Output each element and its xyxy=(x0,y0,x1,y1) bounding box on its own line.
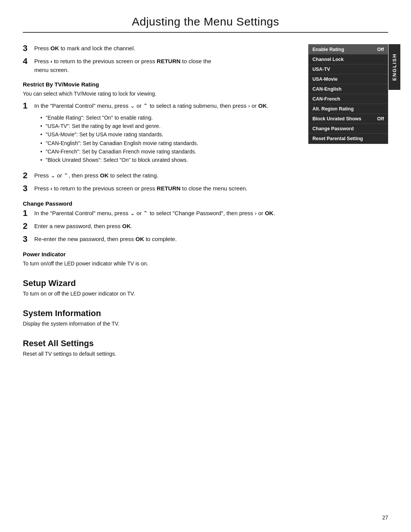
menu-value: Off xyxy=(377,47,384,52)
step-num: 1 xyxy=(23,101,34,111)
menu-item-alt-region[interactable]: Alt. Region Rating xyxy=(309,104,388,114)
setup-wizard-title: Setup Wizard xyxy=(23,278,301,288)
menu-item-can-english[interactable]: CAN-English xyxy=(309,84,388,94)
step-num: 3 xyxy=(23,234,34,244)
menu-label: Change Password xyxy=(312,126,354,131)
menu-label: Channel Lock xyxy=(312,57,344,62)
bullet-list: "Enable Rating": Select "On" to enable r… xyxy=(34,113,268,165)
menu-item-block-unrated[interactable]: Block Unrated Shows Off xyxy=(309,114,388,124)
reset-settings-title: Reset All Settings xyxy=(23,339,301,348)
menu-item-channel-lock[interactable]: Channel Lock xyxy=(309,54,388,64)
setup-wizard-section: Setup Wizard To turn on or off the LED p… xyxy=(23,278,301,298)
step-text: Press ‹ to return to the previous screen… xyxy=(34,184,247,193)
list-item: "USA-Movie": Set by USA movie rating sta… xyxy=(40,130,268,139)
menu-item-reset-parental[interactable]: Reset Parental Setting xyxy=(309,134,388,144)
list-item: "Enable Rating": Select "On" to enable r… xyxy=(40,113,268,122)
menu-label: Enable Rating xyxy=(312,47,344,52)
menu-item-enable-rating[interactable]: Enable Rating Off xyxy=(309,45,388,54)
step-num: 2 xyxy=(23,171,34,181)
step-text: Press OK to mark and lock the channel. xyxy=(34,44,135,53)
step-text: Press ‹ to return to the previous screen… xyxy=(34,57,211,74)
step-text: In the "Parental Control" menu, press ⌄ … xyxy=(34,102,268,109)
step-num: 4 xyxy=(23,56,34,66)
step-3-top: 3 Press OK to mark and lock the channel. xyxy=(23,44,301,53)
list-item: "Block Unrated Shows": Select "On" to bl… xyxy=(40,156,268,164)
page-container: Adjusting the Menu Settings 3 Press OK t… xyxy=(0,0,411,532)
menu-label: CAN-French xyxy=(312,96,340,102)
menu-item-can-french[interactable]: CAN-French xyxy=(309,94,388,104)
system-info-desc: Display the system information of the TV… xyxy=(23,320,301,328)
step-text: In the "Parental Control" menu, press ⌄ … xyxy=(34,209,275,218)
menu-value: Off xyxy=(377,116,384,121)
menu-item-usa-movie[interactable]: USA-Movie xyxy=(309,74,388,84)
menu-label: Reset Parental Setting xyxy=(312,136,363,141)
menu-label: Alt. Region Rating xyxy=(312,106,354,112)
sidebar-menu: Enable Rating Off Channel Lock USA-TV US… xyxy=(308,44,388,144)
step-num: 1 xyxy=(23,208,34,218)
setup-wizard-desc: To turn on or off the LED power indicato… xyxy=(23,290,301,298)
restrict-step-3: 3 Press ‹ to return to the previous scre… xyxy=(23,184,301,193)
page-title: Adjusting the Menu Settings xyxy=(23,15,388,33)
step-text: Re-enter the new password, then press OK… xyxy=(34,235,177,244)
list-item: "CAN-English": Set by Canadian English m… xyxy=(40,139,268,147)
list-item: "USA-TV": Set the rating by age level an… xyxy=(40,122,268,130)
reset-settings-section: Reset All Settings Reset all TV settings… xyxy=(23,339,301,358)
power-indicator-desc: To turn on/off the LED power indicator w… xyxy=(23,260,301,268)
cp-step-3: 3 Re-enter the new password, then press … xyxy=(23,235,301,244)
restrict-step-1: 1 In the "Parental Control" menu, press … xyxy=(23,102,301,168)
menu-item-change-password[interactable]: Change Password xyxy=(309,124,388,134)
english-tab: ENGLISH xyxy=(389,44,400,90)
sidebar-wrapper: Enable Rating Off Channel Lock USA-TV US… xyxy=(308,44,388,360)
change-password-heading: Change Password xyxy=(23,200,301,207)
menu-item-usa-tv[interactable]: USA-TV xyxy=(309,64,388,74)
menu-label: Block Unrated Shows xyxy=(312,116,362,121)
menu-label: USA-TV xyxy=(312,67,330,72)
content-wrapper: 3 Press OK to mark and lock the channel.… xyxy=(23,44,388,360)
restrict-step-2: 2 Press ⌄ or ⌃, then press OK to select … xyxy=(23,171,301,181)
page-number: 27 xyxy=(382,514,388,521)
step-4-top: 4 Press ‹ to return to the previous scre… xyxy=(23,57,301,74)
step-num: 3 xyxy=(23,43,34,53)
system-info-title: System Information xyxy=(23,308,301,318)
main-content: 3 Press OK to mark and lock the channel.… xyxy=(23,44,308,360)
restrict-desc: You can select which TV/Movie rating to … xyxy=(23,90,301,98)
cp-step-2: 2 Enter a new password, then press OK. xyxy=(23,222,301,231)
list-item: "CAN-French": Set by Canadian French mov… xyxy=(40,147,268,156)
cp-step-1: 1 In the "Parental Control" menu, press … xyxy=(23,209,301,218)
step-text: Press ⌄ or ⌃, then press OK to select th… xyxy=(34,171,158,180)
step-num: 3 xyxy=(23,184,34,193)
restrict-heading: Restrict By TV/Movie Rating xyxy=(23,81,301,88)
system-info-section: System Information Display the system in… xyxy=(23,308,301,328)
step-num: 2 xyxy=(23,221,34,231)
step-text: Enter a new password, then press OK. xyxy=(34,222,132,231)
menu-label: USA-Movie xyxy=(312,77,338,82)
menu-label: CAN-English xyxy=(312,86,341,92)
power-indicator-heading: Power Indicator xyxy=(23,251,301,257)
reset-settings-desc: Reset all TV settings to default setting… xyxy=(23,350,301,358)
